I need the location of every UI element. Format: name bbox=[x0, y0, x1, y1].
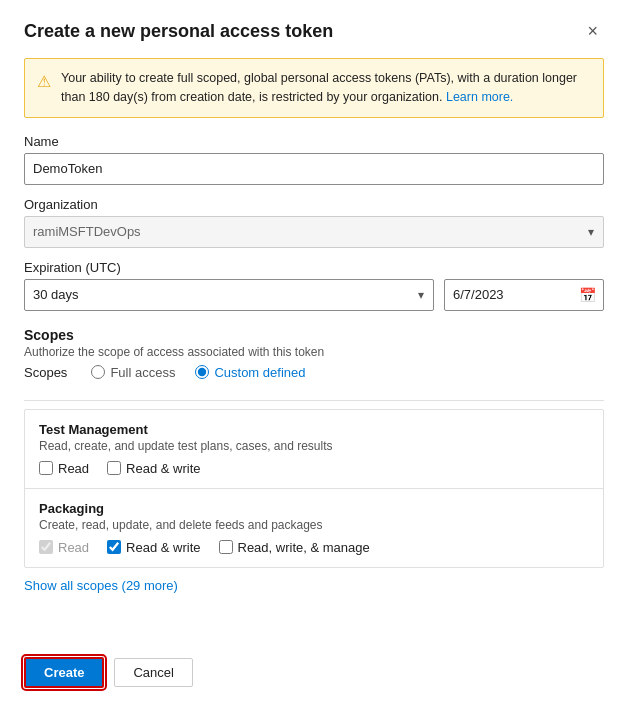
scope-item-test-management: Test Management Read, create, and update… bbox=[25, 410, 603, 489]
test-management-desc: Read, create, and update test plans, cas… bbox=[39, 439, 589, 453]
modal-container: Create a new personal access token × ⚠ Y… bbox=[0, 0, 628, 708]
footer-row: Create Cancel bbox=[24, 649, 604, 688]
warning-icon: ⚠ bbox=[37, 70, 51, 94]
scopes-description: Authorize the scope of access associated… bbox=[24, 345, 604, 359]
packaging-readwrite-checkbox[interactable] bbox=[107, 540, 121, 554]
date-input-wrapper: 📅 bbox=[444, 279, 604, 311]
test-read-checkbox[interactable] bbox=[39, 461, 53, 475]
modal-header: Create a new personal access token × bbox=[24, 20, 604, 42]
full-access-radio[interactable] bbox=[91, 365, 105, 379]
scope-item-packaging: Packaging Create, read, update, and dele… bbox=[25, 489, 603, 567]
duration-select-wrapper: 30 days 60 days 90 days 180 days 1 year … bbox=[24, 279, 434, 311]
test-management-checkboxes: Read Read & write bbox=[39, 461, 589, 476]
create-button[interactable]: Create bbox=[24, 657, 104, 688]
packaging-readwrite-checkbox-label[interactable]: Read & write bbox=[107, 540, 200, 555]
test-management-name: Test Management bbox=[39, 422, 589, 437]
custom-defined-radio[interactable] bbox=[195, 365, 209, 379]
organization-label: Organization bbox=[24, 197, 604, 212]
scopes-title: Scopes bbox=[24, 327, 604, 343]
close-button[interactable]: × bbox=[581, 20, 604, 42]
scopes-section: Scopes Authorize the scope of access ass… bbox=[24, 327, 604, 384]
name-label: Name bbox=[24, 134, 604, 149]
packaging-name: Packaging bbox=[39, 501, 589, 516]
packaging-readwritemanage-label: Read, write, & manage bbox=[238, 540, 370, 555]
scope-panel-inner: Test Management Read, create, and update… bbox=[25, 410, 603, 567]
warning-box: ⚠ Your ability to create full scoped, gl… bbox=[24, 58, 604, 118]
divider-1 bbox=[24, 400, 604, 401]
custom-defined-text: Custom defined bbox=[214, 365, 305, 380]
expiration-label: Expiration (UTC) bbox=[24, 260, 604, 275]
test-read-label: Read bbox=[58, 461, 89, 476]
packaging-checkboxes: Read Read & write Read, write, & manage bbox=[39, 540, 589, 555]
packaging-readwritemanage-checkbox[interactable] bbox=[219, 540, 233, 554]
scope-panel: Test Management Read, create, and update… bbox=[24, 409, 604, 568]
packaging-read-label: Read bbox=[58, 540, 89, 555]
cancel-button[interactable]: Cancel bbox=[114, 658, 192, 687]
modal-title: Create a new personal access token bbox=[24, 21, 333, 42]
duration-select[interactable]: 30 days 60 days 90 days 180 days 1 year … bbox=[24, 279, 434, 311]
date-input[interactable] bbox=[444, 279, 604, 311]
warning-text: Your ability to create full scoped, glob… bbox=[61, 69, 591, 107]
test-readwrite-checkbox[interactable] bbox=[107, 461, 121, 475]
test-readwrite-label: Read & write bbox=[126, 461, 200, 476]
packaging-read-checkbox bbox=[39, 540, 53, 554]
packaging-desc: Create, read, update, and delete feeds a… bbox=[39, 518, 589, 532]
packaging-readwritemanage-checkbox-label[interactable]: Read, write, & manage bbox=[219, 540, 370, 555]
scopes-radio-label: Scopes bbox=[24, 365, 67, 380]
test-readwrite-checkbox-label[interactable]: Read & write bbox=[107, 461, 200, 476]
name-input[interactable] bbox=[24, 153, 604, 185]
show-all-scopes-link[interactable]: Show all scopes (29 more) bbox=[24, 578, 604, 593]
packaging-read-checkbox-label[interactable]: Read bbox=[39, 540, 89, 555]
organization-select-wrapper: ramiMSFTDevOps ▾ bbox=[24, 216, 604, 248]
expiration-row: 30 days 60 days 90 days 180 days 1 year … bbox=[24, 279, 604, 311]
organization-select[interactable]: ramiMSFTDevOps bbox=[24, 216, 604, 248]
scopes-radio-row: Scopes Full access Custom defined bbox=[24, 365, 604, 380]
custom-defined-radio-label[interactable]: Custom defined bbox=[195, 365, 305, 380]
full-access-radio-label[interactable]: Full access bbox=[91, 365, 175, 380]
test-read-checkbox-label[interactable]: Read bbox=[39, 461, 89, 476]
learn-more-link[interactable]: Learn more. bbox=[446, 90, 513, 104]
full-access-text: Full access bbox=[110, 365, 175, 380]
packaging-readwrite-label: Read & write bbox=[126, 540, 200, 555]
